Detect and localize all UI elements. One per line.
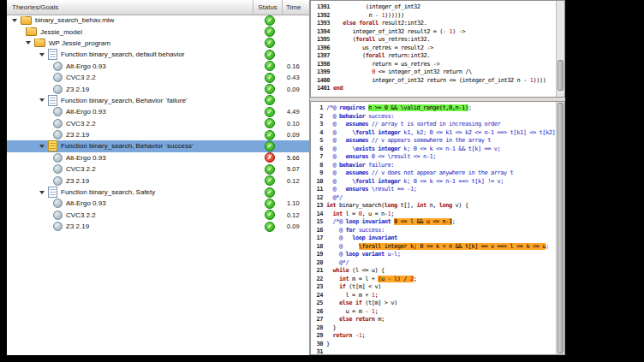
prover-icon — [53, 164, 63, 174]
expander-down-icon[interactable] — [26, 41, 31, 45]
code-line: 22 int m = l + (u - l) / 2; — [313, 276, 557, 284]
tree-row[interactable]: CVC3 2.2✓0.12 — [7, 210, 309, 221]
column-header-theories[interactable]: Theories/Goals — [7, 0, 253, 15]
task-view-panel[interactable]: 1391 (integer_of_int321392 n - 1))))))13… — [310, 0, 565, 98]
code-line: 28 } — [313, 324, 557, 333]
tree-row[interactable]: Jessie_model✓ — [7, 26, 309, 37]
status-ok-icon: ✓ — [265, 61, 275, 71]
line-number: 1397 — [313, 52, 330, 61]
tree-row[interactable]: Function binary_search, Behavior `succes… — [7, 140, 309, 151]
tree-row-label: WP Jessie_program — [49, 39, 110, 47]
expander-down-icon[interactable] — [12, 19, 17, 22]
tree-row[interactable]: Z3 2.19✓0.12 — [7, 175, 309, 186]
task-scrollbar[interactable] — [556, 1, 564, 97]
line-number: 29 — [313, 332, 323, 341]
expander-down-icon[interactable] — [39, 98, 45, 102]
line-number: 27 — [313, 316, 323, 324]
file-icon — [48, 187, 57, 198]
status-ok-icon: ✓ — [265, 27, 275, 37]
proof-tree-panel[interactable]: Theories/Goals Status Time binary_search… — [7, 0, 310, 355]
line-number: 24 — [313, 292, 323, 300]
prover-icon — [53, 130, 63, 139]
code-line: 1398 return = us_retres -> — [313, 61, 557, 69]
code-line: 21 while (l <= u) { — [313, 267, 557, 276]
code-line: 1394 integer_of_int32 result2 = (- 1) -> — [313, 28, 557, 37]
tree-row[interactable]: CVC3 2.2✓0.43 — [7, 72, 309, 83]
tree-row[interactable]: Alt-Ergo 0.93✗5.66 — [7, 152, 309, 163]
code-line: 6 @ \exists integer k; 0 <= k <= n-1 && … — [313, 145, 557, 154]
code-line: 23 if (t[m] < v) — [313, 283, 557, 292]
folder-icon — [34, 39, 45, 47]
time-cell: 5.07 — [287, 165, 300, 173]
source-scrollbar-thumb[interactable] — [558, 103, 564, 353]
status-ok-icon: ✓ — [265, 73, 275, 83]
tree-row[interactable]: Z3 2.19✓0.09 — [7, 83, 309, 94]
expander-down-icon[interactable] — [39, 191, 45, 194]
code-line: 16 @ for success: — [313, 227, 557, 235]
tree-row-label: Z3 2.19 — [66, 86, 89, 93]
tree-row[interactable]: Z3 2.19✓0.09 — [7, 221, 309, 232]
line-number: 1391 — [313, 3, 330, 12]
tree-row[interactable]: Z3 2.19✓0.09 — [7, 129, 309, 140]
line-number: 2 — [313, 113, 323, 122]
tree-row[interactable]: WP Jessie_program✓ — [7, 38, 309, 49]
tree-rows: binary_search_behav.mlw✓Jessie_model✓WP … — [7, 15, 309, 232]
source-scrollbar[interactable] — [556, 102, 564, 354]
time-cell: 1.10 — [287, 199, 300, 207]
status-ok-icon: ✓ — [265, 210, 275, 220]
line-number: 8 — [313, 162, 323, 170]
tree-row-label: CVC3 2.2 — [66, 165, 96, 173]
code-line: 27 else return m; — [313, 316, 557, 324]
code-line: 5 @ assumes // v appears somewhere in th… — [313, 137, 557, 145]
line-number: 30 — [313, 341, 323, 349]
line-number: 17 — [313, 234, 323, 243]
column-header-time[interactable]: Time — [283, 0, 309, 15]
tree-row[interactable]: Function binary_search, default behavior… — [7, 49, 309, 60]
time-cell: 4.49 — [287, 108, 300, 116]
expander-down-icon[interactable] — [39, 145, 45, 148]
code-line: 26 u = m - 1; — [313, 308, 557, 317]
prover-icon — [53, 119, 63, 128]
time-cell: 0.10 — [287, 120, 300, 128]
tree-row[interactable]: Function binary_search, Safety✓ — [7, 187, 309, 198]
code-line: 1392 n - 1)))))) — [313, 12, 557, 21]
line-number: 26 — [313, 308, 323, 317]
status-ok-icon: ✓ — [265, 107, 275, 117]
line-number: 21 — [313, 267, 323, 276]
line-number: 1392 — [313, 12, 330, 21]
time-cell: 0.09 — [287, 131, 300, 139]
line-number: 7 — [313, 153, 323, 162]
expander-down-icon[interactable] — [39, 53, 45, 56]
line-number: 1396 — [313, 45, 330, 53]
line-number: 1401 — [313, 85, 330, 93]
tree-row[interactable]: CVC3 2.2✓0.10 — [7, 118, 309, 129]
line-number: 14 — [313, 211, 323, 219]
tree-row[interactable]: Alt-Ergo 0.93✓1.10 — [7, 198, 309, 209]
tree-row[interactable]: Function binary_search, Behavior `failur… — [7, 95, 309, 106]
task-scrollbar-thumb[interactable] — [558, 60, 564, 91]
status-ok-icon: ✓ — [265, 187, 275, 198]
time-cell: 0.43 — [287, 74, 300, 81]
tree-row-label: Alt-Ergo 0.93 — [66, 154, 106, 162]
line-number: 6 — [313, 145, 323, 154]
code-line: 1395 (forall us_retres:int32. — [313, 36, 557, 45]
tree-row[interactable]: binary_search_behav.mlw✓ — [7, 15, 309, 26]
source-view-panel[interactable]: 1/*@ requires n >= 0 && \valid_range(t,0… — [310, 101, 565, 355]
column-header-status[interactable]: Status — [253, 0, 283, 15]
file-icon — [48, 49, 57, 60]
time-cell: 0.09 — [287, 223, 300, 230]
prover-icon — [53, 153, 63, 163]
status-ok-icon: ✓ — [265, 50, 275, 60]
time-cell: 0.12 — [287, 177, 300, 185]
tree-row[interactable]: CVC3 2.2✓5.07 — [7, 163, 309, 175]
code-line: 14 int l = 0, u = n-1; — [313, 211, 557, 219]
prover-icon — [53, 211, 63, 220]
line-number: 22 — [313, 276, 323, 284]
tree-row[interactable]: Alt-Ergo 0.93✓0.16 — [7, 61, 309, 72]
tree-row[interactable]: Alt-Ergo 0.93✓4.49 — [7, 106, 309, 117]
tree-row-label: Function binary_search, default behavior — [61, 50, 185, 58]
code-line: 1397 (forall return:int32. — [313, 52, 557, 61]
line-number: 25 — [313, 300, 323, 308]
code-line: 19 @ loop variant u-l; — [313, 251, 557, 259]
code-line: 1393 else forall result2:int32. — [313, 20, 557, 28]
